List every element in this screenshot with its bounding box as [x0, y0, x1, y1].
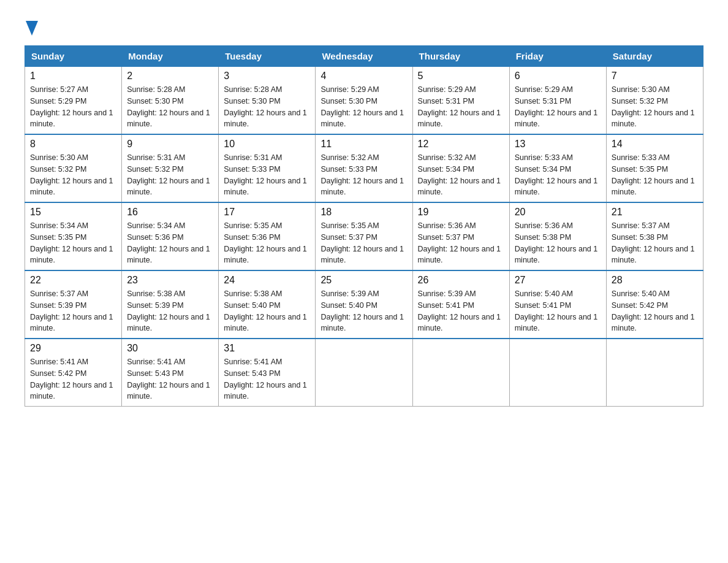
calendar-cell: 9Sunrise: 5:31 AMSunset: 5:32 PMDaylight… — [122, 134, 219, 202]
day-info: Sunrise: 5:36 AMSunset: 5:37 PMDaylight:… — [418, 220, 504, 266]
day-number: 14 — [612, 139, 698, 150]
column-header-saturday: Saturday — [606, 46, 703, 67]
day-info: Sunrise: 5:34 AMSunset: 5:36 PMDaylight:… — [127, 220, 213, 266]
day-info: Sunrise: 5:31 AMSunset: 5:32 PMDaylight:… — [127, 152, 213, 198]
day-number: 22 — [30, 275, 116, 286]
calendar-cell: 18Sunrise: 5:35 AMSunset: 5:37 PMDayligh… — [316, 202, 412, 270]
calendar-cell: 31Sunrise: 5:41 AMSunset: 5:43 PMDayligh… — [219, 339, 316, 407]
calendar-cell: 29Sunrise: 5:41 AMSunset: 5:42 PMDayligh… — [25, 339, 122, 407]
calendar-cell: 5Sunrise: 5:29 AMSunset: 5:31 PMDaylight… — [412, 67, 509, 135]
column-header-monday: Monday — [122, 46, 219, 67]
column-header-friday: Friday — [509, 46, 606, 67]
day-number: 30 — [127, 343, 213, 354]
calendar-week-row: 15Sunrise: 5:34 AMSunset: 5:35 PMDayligh… — [25, 202, 703, 270]
day-info: Sunrise: 5:28 AMSunset: 5:30 PMDaylight:… — [224, 84, 310, 130]
day-info: Sunrise: 5:31 AMSunset: 5:33 PMDaylight:… — [224, 152, 310, 198]
calendar-cell — [509, 339, 606, 407]
day-number: 27 — [515, 275, 601, 286]
day-number: 29 — [30, 343, 116, 354]
calendar-cell: 19Sunrise: 5:36 AMSunset: 5:37 PMDayligh… — [412, 202, 509, 270]
calendar-cell: 28Sunrise: 5:40 AMSunset: 5:42 PMDayligh… — [606, 270, 703, 339]
day-info: Sunrise: 5:35 AMSunset: 5:37 PMDaylight:… — [320, 220, 407, 266]
calendar-cell: 1Sunrise: 5:27 AMSunset: 5:29 PMDaylight… — [25, 67, 122, 135]
day-number: 19 — [418, 207, 504, 218]
calendar-cell: 13Sunrise: 5:33 AMSunset: 5:34 PMDayligh… — [509, 134, 606, 202]
day-number: 25 — [320, 275, 407, 286]
calendar-cell: 2Sunrise: 5:28 AMSunset: 5:30 PMDaylight… — [122, 67, 219, 135]
day-number: 8 — [30, 139, 116, 150]
calendar-cell — [606, 339, 703, 407]
calendar-cell: 25Sunrise: 5:39 AMSunset: 5:40 PMDayligh… — [316, 270, 412, 339]
day-info: Sunrise: 5:40 AMSunset: 5:42 PMDaylight:… — [612, 288, 698, 334]
column-header-wednesday: Wednesday — [316, 46, 412, 67]
day-number: 21 — [612, 207, 698, 218]
day-number: 20 — [515, 207, 601, 218]
day-info: Sunrise: 5:32 AMSunset: 5:34 PMDaylight:… — [418, 152, 504, 198]
day-number: 9 — [127, 139, 213, 150]
calendar-cell: 21Sunrise: 5:37 AMSunset: 5:38 PMDayligh… — [606, 202, 703, 270]
calendar-table: SundayMondayTuesdayWednesdayThursdayFrid… — [25, 45, 703, 407]
day-info: Sunrise: 5:36 AMSunset: 5:38 PMDaylight:… — [515, 220, 601, 266]
day-number: 13 — [515, 139, 601, 150]
day-info: Sunrise: 5:39 AMSunset: 5:41 PMDaylight:… — [418, 288, 504, 334]
day-number: 7 — [612, 71, 698, 82]
calendar-cell: 16Sunrise: 5:34 AMSunset: 5:36 PMDayligh… — [122, 202, 219, 270]
calendar-cell: 7Sunrise: 5:30 AMSunset: 5:32 PMDaylight… — [606, 67, 703, 135]
day-info: Sunrise: 5:38 AMSunset: 5:39 PMDaylight:… — [127, 288, 213, 334]
day-info: Sunrise: 5:34 AMSunset: 5:35 PMDaylight:… — [30, 220, 116, 266]
calendar-cell: 14Sunrise: 5:33 AMSunset: 5:35 PMDayligh… — [606, 134, 703, 202]
day-info: Sunrise: 5:30 AMSunset: 5:32 PMDaylight:… — [612, 84, 698, 130]
day-info: Sunrise: 5:41 AMSunset: 5:43 PMDaylight:… — [224, 356, 310, 402]
calendar-cell: 30Sunrise: 5:41 AMSunset: 5:43 PMDayligh… — [122, 339, 219, 407]
column-header-sunday: Sunday — [25, 46, 122, 67]
day-info: Sunrise: 5:37 AMSunset: 5:38 PMDaylight:… — [612, 220, 698, 266]
day-number: 18 — [320, 207, 407, 218]
calendar-cell: 8Sunrise: 5:30 AMSunset: 5:32 PMDaylight… — [25, 134, 122, 202]
day-info: Sunrise: 5:38 AMSunset: 5:40 PMDaylight:… — [224, 288, 310, 334]
day-info: Sunrise: 5:41 AMSunset: 5:42 PMDaylight:… — [30, 356, 116, 402]
day-number: 31 — [224, 343, 310, 354]
calendar-cell: 23Sunrise: 5:38 AMSunset: 5:39 PMDayligh… — [122, 270, 219, 339]
day-info: Sunrise: 5:27 AMSunset: 5:29 PMDaylight:… — [30, 84, 116, 130]
calendar-cell — [316, 339, 412, 407]
day-info: Sunrise: 5:35 AMSunset: 5:36 PMDaylight:… — [224, 220, 310, 266]
day-number: 24 — [224, 275, 310, 286]
day-number: 23 — [127, 275, 213, 286]
day-info: Sunrise: 5:39 AMSunset: 5:40 PMDaylight:… — [320, 288, 407, 334]
calendar-cell — [412, 339, 509, 407]
day-number: 15 — [30, 207, 116, 218]
day-info: Sunrise: 5:29 AMSunset: 5:31 PMDaylight:… — [418, 84, 504, 130]
day-info: Sunrise: 5:41 AMSunset: 5:43 PMDaylight:… — [127, 356, 213, 402]
calendar-cell: 11Sunrise: 5:32 AMSunset: 5:33 PMDayligh… — [316, 134, 412, 202]
page-header — [25, 18, 703, 33]
day-info: Sunrise: 5:33 AMSunset: 5:34 PMDaylight:… — [515, 152, 601, 198]
day-number: 1 — [30, 71, 116, 82]
calendar-week-row: 29Sunrise: 5:41 AMSunset: 5:42 PMDayligh… — [25, 339, 703, 407]
calendar-week-row: 1Sunrise: 5:27 AMSunset: 5:29 PMDaylight… — [25, 67, 703, 135]
day-number: 17 — [224, 207, 310, 218]
column-header-tuesday: Tuesday — [219, 46, 316, 67]
day-number: 6 — [515, 71, 601, 82]
day-number: 10 — [224, 139, 310, 150]
calendar-cell: 20Sunrise: 5:36 AMSunset: 5:38 PMDayligh… — [509, 202, 606, 270]
day-number: 4 — [320, 71, 407, 82]
calendar-cell: 27Sunrise: 5:40 AMSunset: 5:41 PMDayligh… — [509, 270, 606, 339]
svg-marker-0 — [26, 21, 38, 36]
calendar-cell: 4Sunrise: 5:29 AMSunset: 5:30 PMDaylight… — [316, 67, 412, 135]
day-number: 3 — [224, 71, 310, 82]
calendar-cell: 15Sunrise: 5:34 AMSunset: 5:35 PMDayligh… — [25, 202, 122, 270]
day-info: Sunrise: 5:33 AMSunset: 5:35 PMDaylight:… — [612, 152, 698, 198]
logo — [25, 18, 38, 33]
day-info: Sunrise: 5:40 AMSunset: 5:41 PMDaylight:… — [515, 288, 601, 334]
day-number: 11 — [320, 139, 407, 150]
day-info: Sunrise: 5:29 AMSunset: 5:31 PMDaylight:… — [515, 84, 601, 130]
day-info: Sunrise: 5:30 AMSunset: 5:32 PMDaylight:… — [30, 152, 116, 198]
calendar-header-row: SundayMondayTuesdayWednesdayThursdayFrid… — [25, 46, 703, 67]
day-number: 26 — [418, 275, 504, 286]
calendar-cell: 24Sunrise: 5:38 AMSunset: 5:40 PMDayligh… — [219, 270, 316, 339]
logo-triangle-icon — [26, 21, 38, 36]
calendar-cell: 26Sunrise: 5:39 AMSunset: 5:41 PMDayligh… — [412, 270, 509, 339]
calendar-week-row: 22Sunrise: 5:37 AMSunset: 5:39 PMDayligh… — [25, 270, 703, 339]
column-header-thursday: Thursday — [412, 46, 509, 67]
day-number: 12 — [418, 139, 504, 150]
